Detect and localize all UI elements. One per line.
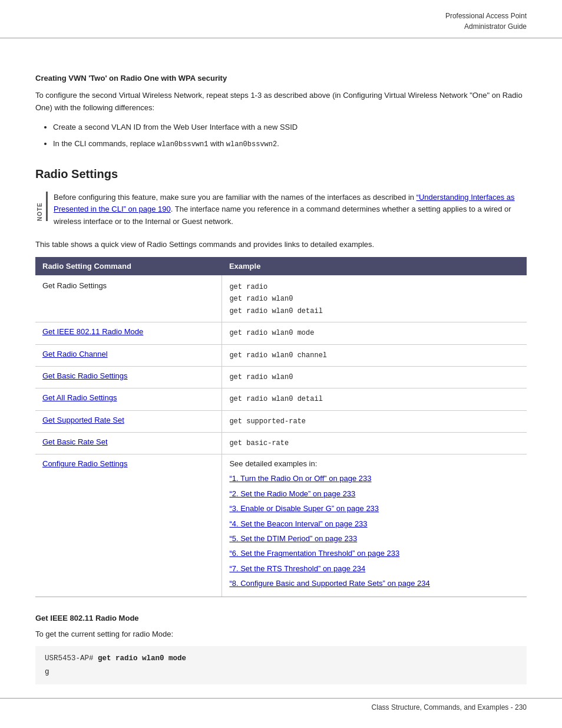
table-cell-command: Get Radio Channel	[35, 344, 222, 366]
section-get-ieee-mode: Get IEEE 802.11 Radio Mode To get the cu…	[35, 614, 527, 685]
table-cell-example: get radio get radio wlan0 get radio wlan…	[222, 275, 527, 322]
detail-links-block: “1. Turn the Radio On or Off” on page 23…	[229, 472, 520, 590]
table-col2-header: Example	[222, 257, 527, 275]
command-link[interactable]: Get All Radio Settings	[42, 393, 214, 402]
section1-para1: To configure the second Virtual Wireless…	[35, 90, 527, 114]
code-line: get basic-rate	[229, 437, 520, 449]
table-cell-example: get radio wlan0 mode	[222, 322, 527, 344]
section1-bullets: Create a second VLAN ID from the Web Use…	[53, 121, 527, 151]
code-line: get radio wlan0 channel	[229, 350, 520, 361]
detail-link-7[interactable]: “7. Set the RTS Threshold” on page 234	[229, 562, 520, 575]
table-row: Get All Radio Settings get radio wlan0 d…	[35, 388, 527, 410]
table-row: Get Supported Rate Set get supported-rat…	[35, 410, 527, 432]
table-cell-example: get supported-rate	[222, 410, 527, 432]
code-prompt: USR5453-AP#	[45, 654, 98, 663]
detail-link-6[interactable]: “6. Set the Fragmentation Threshold” on …	[229, 546, 520, 560]
section3-intro: To get the current setting for radio Mod…	[35, 628, 527, 641]
section1-heading: Creating VWN 'Two' on Radio One with WPA…	[35, 74, 527, 83]
bullet2-mid: with	[208, 139, 226, 148]
table-cell-command: Get Basic Rate Set	[35, 433, 222, 454]
code-line: get radio wlan0	[229, 293, 520, 305]
code-line: get supported-rate	[229, 416, 520, 427]
page-header: Professional Access Point Administrator …	[0, 0, 562, 38]
table-row: Get Radio Channel get radio wlan0 channe…	[35, 344, 527, 366]
table-cell-command: Get Radio Settings	[35, 275, 222, 322]
bullet-item-1: Create a second VLAN ID from the Web Use…	[53, 121, 527, 134]
footer-text: Class Structure, Commands, and Examples …	[372, 703, 527, 711]
code-line: get radio wlan0 mode	[229, 327, 520, 339]
code-line: get radio	[229, 281, 520, 293]
code-cmd: get radio wlan0 mode	[98, 654, 186, 663]
bullet2-code2: wlan0bssvwn2	[226, 140, 277, 149]
note-content: Before configuring this feature, make su…	[54, 192, 527, 228]
header-line1: Professional Access Point	[445, 12, 527, 20]
radio-settings-table: Radio Setting Command Example Get Radio …	[35, 257, 527, 597]
command-link[interactable]: Get Basic Radio Settings	[42, 371, 214, 380]
table-cell-example: get radio wlan0 detail	[222, 388, 527, 410]
code-line: get radio wlan0 detail	[229, 393, 520, 405]
table-row: Get Basic Rate Set get basic-rate	[35, 433, 527, 454]
detail-link-2[interactable]: “2. Set the Radio Mode” on page 233	[229, 487, 520, 500]
command-link[interactable]: Configure Radio Settings	[42, 459, 214, 468]
table-cell-example: get radio wlan0	[222, 366, 527, 388]
command-link[interactable]: Get Basic Rate Set	[42, 437, 214, 446]
table-cell-command: Configure Radio Settings	[35, 454, 222, 597]
bullet-item-2: In the CLI commands, replace wlan0bssvwn…	[53, 138, 527, 150]
code-block: USR5453-AP# get radio wlan0 mode g	[35, 646, 527, 684]
page-footer: Class Structure, Commands, and Examples …	[0, 698, 562, 711]
section2-heading: Radio Settings	[35, 167, 527, 181]
table-cell-example: get radio wlan0 channel	[222, 344, 527, 366]
command-link[interactable]: Get Radio Channel	[42, 350, 214, 358]
table-row: Get Basic Radio Settings get radio wlan0	[35, 366, 527, 388]
table-cell-example: get basic-rate	[222, 433, 527, 454]
detail-link-8[interactable]: “8. Configure Basic and Supported Rate S…	[229, 577, 520, 590]
table-cell-command: Get Supported Rate Set	[35, 410, 222, 432]
code-line: get radio wlan0	[229, 371, 520, 383]
table-row: Get IEEE 802.11 Radio Mode get radio wla…	[35, 322, 527, 344]
section3-heading: Get IEEE 802.11 Radio Mode	[35, 614, 527, 622]
table-row: Configure Radio Settings See detailed ex…	[35, 454, 527, 597]
note-label: Note	[35, 192, 48, 221]
bullet2-code1: wlan0bssvwn1	[157, 140, 208, 149]
detail-link-5[interactable]: “5. Set the DTIM Period” on page 233	[229, 532, 520, 545]
table-cell-command: Get Basic Radio Settings	[35, 366, 222, 388]
command-link[interactable]: Get Supported Rate Set	[42, 416, 214, 424]
table-row: Get Radio Settings get radio get radio w…	[35, 275, 527, 322]
detail-link-3[interactable]: “3. Enable or Disable Super G” on page 2…	[229, 502, 520, 515]
code-output: g	[45, 668, 49, 676]
table-col1-header: Radio Setting Command	[35, 257, 222, 275]
table-cell-command: Get All Radio Settings	[35, 388, 222, 410]
table-cell-command: Get IEEE 802.11 Radio Mode	[35, 322, 222, 344]
bullet2-prefix: In the CLI commands, replace	[53, 139, 157, 148]
section-creating-vwn: Creating VWN 'Two' on Radio One with WPA…	[35, 74, 527, 151]
table-cell-example: See detailed examples in: “1. Turn the R…	[222, 454, 527, 597]
note-box: Note Before configuring this feature, ma…	[35, 192, 527, 228]
code-line: get radio wlan0 detail	[229, 305, 520, 317]
detail-link-1[interactable]: “1. Turn the Radio On or Off” on page 23…	[229, 472, 520, 485]
bullet1-text: Create a second VLAN ID from the Web Use…	[53, 123, 297, 131]
command-link[interactable]: Get IEEE 802.11 Radio Mode	[42, 327, 214, 336]
bullet2-suffix: .	[277, 139, 279, 148]
section-radio-settings: Radio Settings Note Before configuring t…	[35, 167, 527, 597]
example-intro: See detailed examples in:	[229, 459, 317, 468]
header-line2: Administrator Guide	[464, 22, 527, 31]
command-text: Get Radio Settings	[42, 281, 107, 290]
note-text1: Before configuring this feature, make su…	[54, 193, 416, 202]
detail-link-4[interactable]: “4. Set the Beacon Interval” on page 233	[229, 517, 520, 531]
table-intro: This table shows a quick view of Radio S…	[35, 240, 527, 249]
